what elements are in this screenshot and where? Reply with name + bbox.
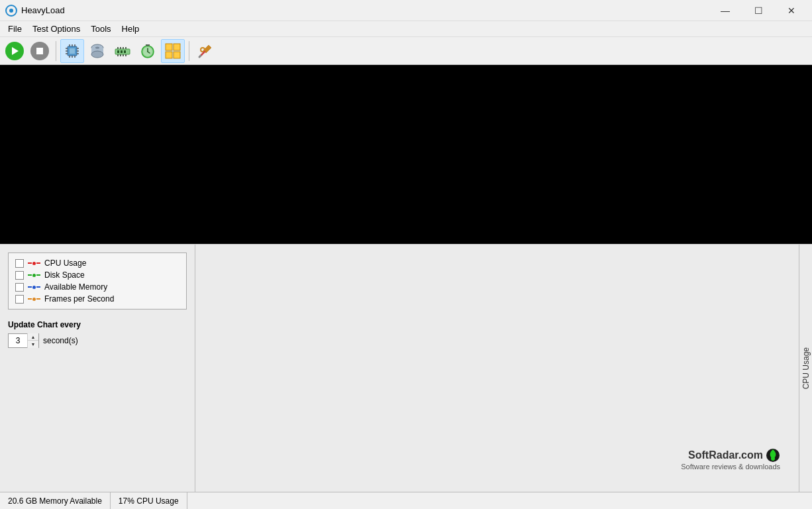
svg-rect-21 — [117, 47, 119, 49]
svg-rect-26 — [120, 54, 121, 56]
title-bar-left: HeavyLoad — [5, 5, 65, 17]
status-bar: 20.6 GB Memory Available 17% CPU Usage — [0, 492, 812, 509]
cpu-icon — [64, 42, 81, 60]
legend-checkbox-fps[interactable] — [15, 295, 24, 304]
menu-bar: File Test Options Tools Help — [0, 21, 812, 37]
status-memory: 20.6 GB Memory Available — [0, 492, 111, 509]
svg-point-46 — [771, 457, 775, 461]
menu-help[interactable]: Help — [117, 23, 145, 35]
svg-rect-24 — [125, 47, 127, 49]
disk-icon — [89, 42, 106, 60]
timer-button[interactable] — [136, 39, 160, 63]
svg-point-1 — [9, 9, 13, 13]
legend-item-memory: Available Memory — [15, 282, 179, 292]
watermark: SoftRadar.com Software reviews & downloa… — [681, 448, 780, 471]
legend-checkbox-cpu[interactable] — [15, 259, 24, 268]
title-bar: HeavyLoad — ☐ ✕ — [0, 0, 812, 21]
svg-point-18 — [91, 51, 103, 58]
svg-point-42 — [201, 48, 205, 52]
disk-button[interactable] — [85, 39, 109, 63]
title-bar-controls: — ☐ ✕ — [710, 0, 807, 21]
menu-tools[interactable]: Tools — [85, 23, 116, 35]
spinner-value[interactable] — [9, 335, 27, 347]
bottom-section: CPU Usage Disk Space — [0, 244, 812, 492]
legend-label-cpu: CPU Usage — [44, 258, 86, 268]
left-panel: CPU Usage Disk Space — [0, 245, 195, 492]
spinner-input: ▲ ▼ — [8, 333, 39, 348]
memory-icon — [114, 42, 131, 60]
softradar-icon — [766, 448, 780, 463]
svg-rect-40 — [166, 52, 172, 58]
legend-checkbox-disk[interactable] — [15, 271, 24, 280]
legend-line-memory — [28, 286, 40, 289]
display-area — [0, 65, 812, 244]
svg-point-19 — [95, 46, 99, 48]
right-axis-label: CPU Usage — [801, 347, 811, 389]
legend-line-disk — [28, 274, 40, 277]
menu-file[interactable]: File — [3, 23, 27, 35]
legend-box: CPU Usage Disk Space — [8, 253, 187, 310]
svg-rect-23 — [123, 47, 124, 49]
toolbar-separator-1 — [56, 41, 56, 61]
update-chart-control: ▲ ▼ second(s) — [8, 333, 187, 348]
svg-rect-3 — [70, 48, 75, 54]
play-icon — [5, 42, 24, 60]
watermark-sub: Software reviews & downloads — [681, 463, 780, 471]
status-cpu: 17% CPU Usage — [111, 492, 187, 509]
settings-button[interactable] — [193, 39, 217, 63]
svg-line-44 — [199, 56, 201, 57]
svg-rect-38 — [166, 44, 172, 50]
legend-item-cpu: CPU Usage — [15, 258, 179, 268]
update-chart-label: Update Chart every — [8, 320, 187, 329]
timer-icon — [139, 42, 156, 60]
grid-button[interactable] — [161, 39, 185, 63]
main-content: CPU Usage Disk Space — [0, 65, 812, 492]
spinner-down-button[interactable]: ▼ — [28, 341, 38, 348]
spinner-arrows: ▲ ▼ — [27, 333, 38, 348]
seconds-label: second(s) — [43, 336, 78, 345]
svg-rect-25 — [117, 54, 119, 56]
stop-button[interactable] — [28, 39, 52, 63]
maximize-button[interactable]: ☐ — [743, 0, 774, 21]
legend-label-fps: Frames per Second — [44, 294, 114, 304]
legend-item-fps: Frames per Second — [15, 294, 179, 304]
update-chart-section: Update Chart every ▲ ▼ second(s) — [8, 320, 187, 348]
chart-area: SoftRadar.com Software reviews & downloa… — [195, 245, 799, 492]
svg-rect-22 — [120, 47, 121, 49]
memory-button[interactable] — [111, 39, 134, 63]
settings-icon — [197, 42, 214, 60]
close-button[interactable]: ✕ — [776, 0, 807, 21]
minimize-button[interactable]: — — [710, 0, 740, 21]
svg-rect-29 — [117, 50, 119, 53]
legend-line-cpu — [28, 262, 40, 265]
legend-line-fps — [28, 298, 40, 301]
cpu-button[interactable] — [60, 39, 84, 63]
right-axis: CPU Usage — [799, 245, 812, 492]
watermark-main: SoftRadar.com — [688, 449, 763, 461]
toolbar-separator-2 — [189, 41, 189, 61]
svg-rect-31 — [124, 50, 126, 53]
stop-icon — [30, 42, 49, 60]
legend-label-memory: Available Memory — [44, 282, 107, 292]
toolbar — [0, 37, 812, 65]
grid-icon — [164, 42, 181, 60]
menu-test-options[interactable]: Test Options — [27, 23, 85, 35]
svg-rect-30 — [121, 50, 123, 53]
svg-rect-28 — [125, 54, 127, 56]
legend-checkbox-memory[interactable] — [15, 283, 24, 292]
app-title: HeavyLoad — [21, 5, 65, 15]
app-icon — [5, 5, 17, 17]
svg-rect-41 — [174, 52, 180, 58]
svg-rect-39 — [174, 44, 180, 50]
legend-label-disk: Disk Space — [44, 270, 85, 280]
play-button[interactable] — [3, 39, 26, 63]
legend-item-disk: Disk Space — [15, 270, 179, 280]
spinner-up-button[interactable]: ▲ — [28, 333, 38, 341]
svg-rect-27 — [123, 54, 124, 56]
